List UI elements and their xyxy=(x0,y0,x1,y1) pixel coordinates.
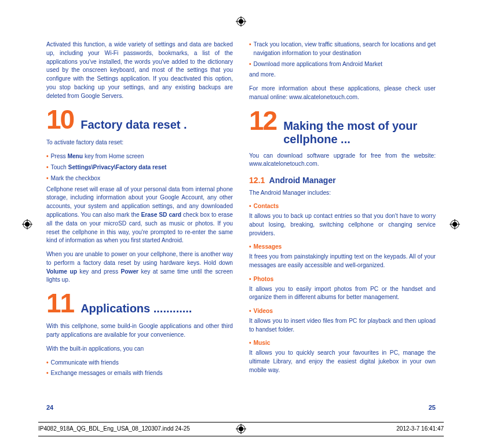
reset-step-3-text: Mark the checkbox xyxy=(51,174,233,183)
power-key-label: Power xyxy=(121,268,138,275)
feature-contacts-desc: It allows you to back up contact entries… xyxy=(249,212,436,238)
bullet-dot-icon: • xyxy=(46,174,49,183)
download-upgrade: You can download software upgrade for fr… xyxy=(249,152,436,169)
bullet-dot-icon: • xyxy=(249,202,251,211)
apps-intro: With this cellphone, some build-in Googl… xyxy=(46,322,233,340)
section-number-10: 10 xyxy=(46,106,74,133)
reset-explanation-2: When you are unable to power on your cel… xyxy=(46,250,233,285)
feature-contacts: •Contacts xyxy=(249,202,436,211)
section-11-header: 11 Applications ............ xyxy=(46,290,233,316)
reset-step-2: • Touch Settings\Privacy\Factory data re… xyxy=(46,163,233,172)
page-number-right: 25 xyxy=(429,404,436,411)
android-manager-lead: The Android Manager includes: xyxy=(249,189,436,198)
reset-step-3: • Mark the checkbox xyxy=(46,174,233,183)
page-number-left: 24 xyxy=(46,404,53,411)
text-fragment: When you are unable to power on your cel… xyxy=(46,251,233,266)
feature-photos: •Photos xyxy=(249,275,436,284)
feature-videos-desc: It allows you to insert video files from… xyxy=(249,317,436,334)
factory-reset-lead: To activate factory data reset: xyxy=(46,139,233,147)
feature-videos-label: Videos xyxy=(254,307,273,316)
text-fragment: Press xyxy=(51,153,68,159)
apps-lead: With the built-in applications, you can xyxy=(46,345,233,354)
bullet-dot-icon: • xyxy=(46,359,49,367)
more-info: For more information about these applica… xyxy=(249,85,436,102)
section-title-11: Applications ............ xyxy=(81,302,233,315)
bullet-dot-icon: • xyxy=(249,60,251,69)
feature-photos-desc: It allows you to easily import photos fr… xyxy=(249,285,436,303)
volume-up-label: Volume up xyxy=(46,268,77,275)
apps-bullet-1-text: Communicate with friends xyxy=(51,359,233,367)
bullet-dot-icon: • xyxy=(46,369,49,378)
reset-step-1-text: Press Menu key from Home screen xyxy=(51,152,233,161)
subsection-title: Android Manager xyxy=(269,176,336,185)
bullet-dot-icon: • xyxy=(249,307,251,316)
erase-sd-label: Erase SD card xyxy=(141,212,181,218)
section-number-11: 11 xyxy=(46,290,74,316)
feature-messages: •Messages xyxy=(249,243,436,252)
reset-explanation-1: Cellphone reset will erase all of your p… xyxy=(46,185,233,245)
bullet-dot-icon: • xyxy=(249,243,251,252)
apps-bullet-4: • Download more applications from Androi… xyxy=(249,60,436,69)
reset-step-1: • Press Menu key from Home screen xyxy=(46,152,233,161)
feature-music-label: Music xyxy=(254,339,271,348)
section-12-header: 12 Making the most of your cellphone ... xyxy=(249,107,436,146)
subsection-number: 12.1 xyxy=(249,176,265,185)
section-title-10: Factory data reset . xyxy=(81,118,233,132)
feature-music: •Music xyxy=(249,339,436,348)
left-column: Activated this function, a wide variety … xyxy=(46,41,233,380)
feature-messages-label: Messages xyxy=(254,243,282,252)
bullet-dot-icon: • xyxy=(249,339,251,348)
registration-mark-bottom xyxy=(236,424,246,434)
bullet-dot-icon: • xyxy=(46,152,49,161)
registration-mark-top xyxy=(236,16,246,27)
menu-key-label: Menu xyxy=(67,153,83,159)
footer-rule-top xyxy=(38,422,444,422)
text-fragment: Touch xyxy=(51,164,68,170)
settings-path-label: Settings\Privacy\Factory data reset xyxy=(68,164,167,170)
feature-music-desc: It allows you to quickly search your fav… xyxy=(249,349,436,374)
section-title-12: Making the most of your cellphone ... xyxy=(283,119,436,146)
apps-bullet-3-text: Track you location, view traffic situati… xyxy=(254,41,436,58)
apps-bullet-1: • Communicate with friends xyxy=(46,359,233,367)
footer-rule-bottom xyxy=(38,436,444,436)
section-10-header: 10 Factory data reset . xyxy=(46,106,233,133)
right-column: • Track you location, view traffic situa… xyxy=(249,41,436,380)
page-spread: Activated this function, a wide variety … xyxy=(0,0,482,380)
print-timestamp: 2012-3-7 16:41:47 xyxy=(396,425,444,432)
text-fragment: key from Home screen xyxy=(83,153,144,159)
text-fragment: key and press xyxy=(77,268,121,275)
bullet-dot-icon: • xyxy=(46,163,49,172)
feature-messages-desc: It frees you from painstakingly inputtin… xyxy=(249,253,436,270)
subsection-12-1: 12.1 Android Manager xyxy=(249,174,436,186)
apps-bullet-2-text: Exchange messages or emails with friends xyxy=(51,369,233,378)
reset-step-2-text: Touch Settings\Privacy\Factory data rese… xyxy=(51,163,233,172)
feature-videos: •Videos xyxy=(249,307,436,316)
backup-intro: Activated this function, a wide variety … xyxy=(46,41,233,100)
apps-bullet-4-text: Download more applications from Android … xyxy=(254,60,436,69)
feature-photos-label: Photos xyxy=(254,275,274,284)
apps-bullet-2: • Exchange messages or emails with frien… xyxy=(46,369,233,378)
and-more: and more. xyxy=(249,71,436,79)
apps-bullet-3: • Track you location, view traffic situa… xyxy=(249,41,436,58)
registration-mark-left xyxy=(22,219,32,230)
indesign-slug: IP4082_918A_QG_BDL_Eng_USA_08_120307.ind… xyxy=(38,425,190,432)
section-number-12: 12 xyxy=(249,107,276,134)
bullet-dot-icon: • xyxy=(249,41,251,58)
bullet-dot-icon: • xyxy=(249,275,251,284)
registration-mark-right xyxy=(450,219,460,230)
feature-contacts-label: Contacts xyxy=(254,202,279,211)
